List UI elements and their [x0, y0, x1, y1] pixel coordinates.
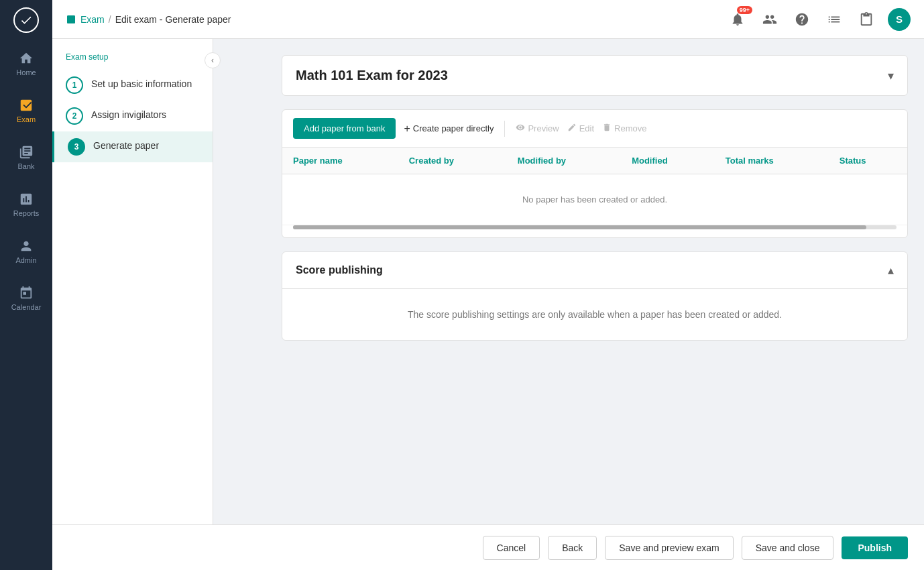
publish-button[interactable]: Publish: [842, 536, 908, 559]
breadcrumb: Exam / Edit exam - Generate paper: [66, 14, 727, 25]
save-close-button[interactable]: Save and close: [742, 536, 834, 560]
add-paper-button[interactable]: Add paper from bank: [293, 118, 396, 139]
toolbar-separator: [504, 121, 505, 137]
plus-icon: +: [404, 123, 410, 135]
exam-title-card: Math 101 Exam for 2023 ▾: [282, 55, 908, 96]
score-title: Score publishing: [296, 264, 383, 276]
sidebar: Home Exam Bank Reports Admin Calendar: [0, 0, 52, 570]
sidebar-item-calendar[interactable]: Calendar: [0, 275, 52, 322]
sidebar-item-bank[interactable]: Bank: [0, 134, 52, 181]
score-section: Score publishing ▴ The score publishing …: [282, 251, 908, 341]
save-preview-button[interactable]: Save and preview exam: [605, 536, 733, 560]
notification-badge: 99+: [737, 6, 752, 14]
step-3[interactable]: 3 Generate paper: [52, 131, 213, 162]
paper-section: Add paper from bank + Create paper direc…: [282, 109, 908, 238]
sidebar-item-home[interactable]: Home: [0, 40, 52, 87]
step-2[interactable]: 2 Assign invigilators: [52, 101, 213, 131]
breadcrumb-current: Edit exam - Generate paper: [115, 14, 231, 25]
people-icon[interactable]: [759, 9, 781, 30]
eye-icon: [516, 123, 525, 134]
table-scroll-thumb: [293, 225, 866, 229]
breadcrumb-exam-link[interactable]: Exam: [80, 14, 105, 25]
step-1-circle: 1: [66, 76, 83, 94]
trash-icon: [602, 123, 612, 134]
step-2-label: Assign invigilators: [91, 107, 166, 120]
col-modified-by: Modified by: [507, 148, 621, 174]
cancel-button[interactable]: Cancel: [483, 536, 540, 560]
topnav-icons: 99+ S: [727, 8, 911, 31]
sidebar-item-admin[interactable]: Admin: [0, 228, 52, 275]
step-3-label: Generate paper: [93, 138, 159, 151]
list-icon[interactable]: [823, 9, 845, 30]
panel-section-label: Exam setup: [52, 52, 213, 70]
score-header[interactable]: Score publishing ▴: [282, 252, 907, 289]
no-data-row: No paper has been created or added.: [282, 174, 907, 225]
remove-button[interactable]: Remove: [602, 123, 646, 134]
help-icon[interactable]: [791, 9, 813, 30]
edit-button[interactable]: Edit: [567, 123, 594, 134]
topnav: Exam / Edit exam - Generate paper 99+ S: [52, 0, 924, 39]
exam-title-chevron[interactable]: ▾: [888, 68, 894, 83]
exam-title: Math 101 Exam for 2023: [296, 68, 448, 83]
sidebar-item-exam[interactable]: Exam: [0, 87, 52, 134]
step-3-circle: 3: [68, 138, 85, 156]
clipboard-icon[interactable]: [856, 9, 877, 30]
pencil-icon: [567, 123, 577, 134]
notification-icon[interactable]: 99+: [727, 9, 748, 30]
create-paper-button[interactable]: + Create paper directly: [404, 123, 494, 135]
back-button[interactable]: Back: [548, 536, 597, 560]
bottom-bar: Cancel Back Save and preview exam Save a…: [52, 524, 924, 570]
step-1-label: Set up basic information: [91, 76, 192, 89]
step-2-circle: 2: [66, 107, 83, 125]
chevron-up-icon: ▴: [888, 263, 894, 278]
table-scroll-track[interactable]: [293, 225, 897, 229]
breadcrumb-separator: /: [109, 14, 111, 25]
paper-table: Paper name Created by Modified by Modifi…: [282, 148, 907, 225]
col-created-by: Created by: [398, 148, 507, 174]
collapse-button[interactable]: ‹: [205, 52, 221, 68]
no-data-message: No paper has been created or added.: [282, 174, 907, 225]
main-content: Math 101 Exam for 2023 ▾ Add paper from …: [266, 39, 924, 570]
sidebar-logo[interactable]: [0, 0, 52, 40]
user-avatar[interactable]: S: [888, 8, 911, 31]
col-modified: Modified: [621, 148, 715, 174]
col-paper-name: Paper name: [282, 148, 398, 174]
preview-button[interactable]: Preview: [516, 123, 559, 134]
sidebar-item-reports[interactable]: Reports: [0, 181, 52, 228]
score-body: The score publishing settings are only a…: [282, 289, 907, 340]
left-panel: ‹ Exam setup 1 Set up basic information …: [52, 39, 213, 570]
paper-toolbar: Add paper from bank + Create paper direc…: [282, 110, 907, 148]
col-status: Status: [829, 148, 907, 174]
col-total-marks: Total marks: [715, 148, 829, 174]
app-logo: [13, 7, 39, 33]
score-body-message: The score publishing settings are only a…: [408, 309, 782, 320]
step-1[interactable]: 1 Set up basic information: [52, 70, 213, 101]
